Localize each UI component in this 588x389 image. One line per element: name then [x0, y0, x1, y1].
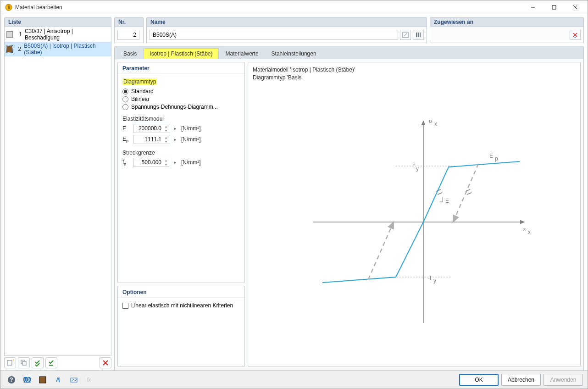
checkbox-label: Linear elastisch mit nichtlinearen Krite…	[131, 302, 233, 309]
svg-line-30	[438, 193, 442, 194]
parameter-group-title: Parameter	[118, 62, 244, 74]
clear-assignment-button[interactable]	[570, 30, 581, 40]
spinner-buttons[interactable]: ▲▼	[163, 124, 169, 133]
svg-text:E: E	[445, 198, 449, 204]
new-item-button[interactable]: ✦	[4, 357, 16, 368]
emodul-section-label: Elastizitätsmodul	[122, 116, 240, 122]
radio-label: Bilinear	[131, 96, 150, 102]
tabs-bar: Basis Isotrop | Plastisch (Stäbe) Materi…	[114, 46, 584, 59]
apply-button: Anwenden	[544, 374, 583, 386]
unit-label: [N/mm²]	[181, 159, 201, 166]
svg-text:✦: ✦	[12, 359, 14, 363]
dropdown-arrow-icon[interactable]: ▸	[172, 124, 178, 133]
svg-rect-44	[39, 377, 46, 383]
window-close-button[interactable]	[565, 0, 586, 14]
svg-text:x: x	[434, 121, 437, 127]
window-maximize-button[interactable]	[544, 0, 565, 14]
svg-line-32	[467, 193, 472, 194]
svg-text:f: f	[413, 163, 415, 169]
check-on-button[interactable]	[32, 357, 44, 368]
diagrammtyp-label: Diagrammtyp	[122, 78, 157, 85]
tab-materialwerte[interactable]: Materialwerte	[220, 48, 265, 59]
name-input[interactable]	[150, 30, 398, 40]
library-button[interactable]	[413, 30, 424, 40]
window-title: Material bearbeiten	[15, 4, 522, 11]
help-button[interactable]: ?	[5, 374, 18, 386]
cancel-button[interactable]: Abbrechen	[501, 374, 541, 386]
check-off-button[interactable]	[45, 357, 57, 368]
list-item-label: C30/37 | Anisotrop | Beschädigung	[25, 28, 109, 41]
svg-rect-1	[8, 6, 10, 9]
list-item-label: B500S(A) | Isotrop | Plastisch (Stäbe)	[24, 43, 109, 56]
svg-text:σ: σ	[429, 118, 433, 124]
radio-label: Standard	[131, 88, 154, 94]
copy-item-button[interactable]	[18, 357, 30, 368]
radio-bilinear[interactable]: Bilinear	[122, 96, 240, 102]
spinner-buttons[interactable]: ▲▼	[163, 135, 169, 144]
unit-label: [N/mm²]	[181, 125, 201, 132]
diagram-line2: Diagrammtyp 'Basis'	[253, 74, 576, 82]
material-list[interactable]: 1 C30/37 | Anisotrop | Beschädigung 2 B5…	[4, 27, 111, 356]
yield-section-label: Streckgrenze	[122, 150, 240, 156]
color-swatch	[6, 31, 13, 38]
optionen-group-title: Optionen	[118, 286, 244, 298]
number-input[interactable]	[117, 30, 139, 40]
list-panel-header: Liste	[4, 17, 111, 27]
edit-name-button[interactable]	[400, 30, 411, 40]
param-symbol-E: E	[122, 125, 131, 132]
dropdown-arrow-icon[interactable]: ▸	[172, 158, 178, 167]
list-item-number: 1	[16, 31, 22, 38]
rename-button[interactable]: A	[52, 374, 65, 386]
assigned-field-label: Zugewiesen an	[430, 17, 584, 27]
svg-rect-14	[416, 33, 417, 37]
svg-text:y: y	[416, 166, 419, 172]
window-minimize-button[interactable]	[522, 0, 544, 14]
app-icon	[5, 4, 12, 11]
list-item-number: 2	[15, 46, 21, 52]
svg-text:A: A	[56, 377, 60, 383]
nr-field-label: Nr.	[114, 17, 144, 27]
unit-label: [N/mm²]	[181, 136, 201, 143]
name-field-label: Name	[146, 17, 427, 27]
diagram-line1: Materialmodell 'Isotrop | Plastisch (Stä…	[253, 66, 576, 74]
svg-text:E: E	[489, 153, 493, 159]
svg-text:x: x	[528, 229, 531, 235]
svg-text:y: y	[433, 278, 436, 284]
svg-rect-16	[420, 33, 421, 37]
svg-text:fx: fx	[87, 377, 91, 383]
radio-label: Spannungs-Dehnungs-Diagramm...	[131, 104, 218, 110]
list-item[interactable]: 1 C30/37 | Anisotrop | Beschädigung	[5, 27, 111, 42]
radio-dot-icon	[122, 96, 128, 102]
script-button: fx	[83, 374, 96, 386]
color-swatch	[6, 46, 12, 52]
svg-line-31	[466, 189, 470, 191]
stress-strain-diagram: σx εx	[295, 112, 533, 332]
color-button[interactable]	[36, 374, 49, 386]
dropdown-arrow-icon[interactable]: ▸	[172, 135, 178, 144]
linear-elastic-checkbox[interactable]: Linear elastisch mit nichtlinearen Krite…	[122, 302, 240, 309]
svg-text:?: ?	[10, 377, 13, 383]
param-symbol-Ep: Ep	[122, 136, 131, 143]
delete-item-button[interactable]	[100, 357, 111, 368]
radio-stress-strain-diagram[interactable]: Spannungs-Dehnungs-Diagramm...	[122, 104, 240, 110]
svg-text:0,00: 0,00	[23, 377, 31, 383]
param-symbol-fy: fy	[122, 159, 131, 166]
view-button[interactable]	[67, 374, 80, 386]
svg-rect-9	[22, 361, 26, 365]
radio-dot-icon	[122, 104, 128, 110]
svg-text:ε: ε	[523, 226, 526, 233]
tab-stahleinstellungen[interactable]: Stahleinstellungen	[266, 48, 322, 59]
spinner-buttons[interactable]: ▲▼	[163, 158, 169, 167]
svg-text:p: p	[495, 156, 498, 162]
radio-standard[interactable]: Standard	[122, 88, 240, 94]
tab-isotrop-plastisch[interactable]: Isotrop | Plastisch (Stäbe)	[144, 48, 218, 59]
tab-basis[interactable]: Basis	[117, 48, 143, 59]
svg-rect-15	[418, 33, 419, 37]
checkbox-icon	[122, 303, 128, 309]
svg-rect-6	[7, 361, 12, 365]
ok-button[interactable]: OK	[459, 374, 499, 386]
units-button[interactable]: 0,00	[21, 374, 33, 386]
list-item[interactable]: 2 B500S(A) | Isotrop | Plastisch (Stäbe)	[5, 42, 111, 56]
svg-rect-47	[71, 378, 77, 382]
svg-rect-3	[552, 6, 556, 9]
